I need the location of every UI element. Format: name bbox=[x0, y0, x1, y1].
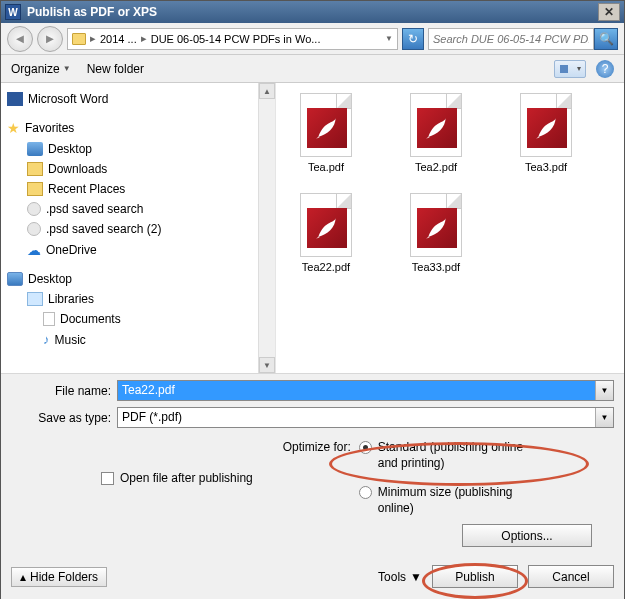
scroll-up-button[interactable]: ▲ bbox=[259, 83, 275, 99]
radio-minimum[interactable]: Minimum size (publishing online) bbox=[359, 485, 538, 516]
back-button[interactable]: ◄ bbox=[7, 26, 33, 52]
sidebar-item-recent[interactable]: Recent Places bbox=[5, 179, 271, 199]
sidebar-item-onedrive[interactable]: ☁OneDrive bbox=[5, 239, 271, 261]
view-mode-button[interactable]: ▾ bbox=[554, 60, 586, 78]
search-go-button[interactable]: 🔍 bbox=[594, 28, 618, 50]
sidebar-label: Downloads bbox=[48, 162, 107, 176]
saveas-value: PDF (*.pdf) bbox=[118, 408, 595, 427]
filename-input[interactable]: Tea22.pdf bbox=[118, 381, 595, 400]
sidebar-item-music[interactable]: ♪Music bbox=[5, 329, 271, 350]
sidebar-label: Music bbox=[55, 333, 86, 347]
refresh-button[interactable]: ↻ bbox=[402, 28, 424, 50]
sidebar-item-word[interactable]: Microsoft Word bbox=[5, 89, 271, 109]
sidebar-label: Favorites bbox=[25, 121, 74, 135]
breadcrumb[interactable]: ▸ 2014 ... ▸ DUE 06-05-14 PCW PDFs in Wo… bbox=[67, 28, 398, 50]
form-area: File name: Tea22.pdf ▼ Save as type: PDF… bbox=[1, 373, 624, 599]
file-pane[interactable]: Tea.pdfTea2.pdfTea3.pdfTea22.pdfTea33.pd… bbox=[276, 83, 624, 373]
filename-dropdown-button[interactable]: ▼ bbox=[595, 381, 613, 400]
breadcrumb-segment[interactable]: 2014 ... bbox=[100, 33, 137, 45]
sidebar-label: Documents bbox=[60, 312, 121, 326]
open-after-checkbox[interactable]: Open file after publishing bbox=[101, 440, 253, 516]
file-label: Tea22.pdf bbox=[302, 261, 350, 273]
adobe-icon bbox=[307, 208, 347, 248]
file-label: Tea33.pdf bbox=[412, 261, 460, 273]
chevron-down-icon: ▼ bbox=[410, 570, 422, 584]
adobe-icon bbox=[417, 208, 457, 248]
sidebar-item-desktop[interactable]: Desktop bbox=[5, 139, 271, 159]
sidebar-label: Libraries bbox=[48, 292, 94, 306]
content-area: Microsoft Word ★ Favorites Desktop Downl… bbox=[1, 83, 624, 373]
publish-dialog: W Publish as PDF or XPS ✕ ◄ ► ▸ 2014 ...… bbox=[0, 0, 625, 599]
saveas-label: Save as type: bbox=[11, 411, 111, 425]
file-item[interactable]: Tea.pdf bbox=[286, 93, 366, 173]
tools-menu[interactable]: Tools ▼ bbox=[378, 570, 422, 584]
saved-search-icon bbox=[27, 222, 41, 236]
star-icon: ★ bbox=[7, 120, 20, 136]
word-app-icon: W bbox=[5, 4, 21, 20]
optimize-label: Optimize for: bbox=[283, 440, 351, 516]
file-label: Tea.pdf bbox=[308, 161, 344, 173]
adobe-icon bbox=[417, 108, 457, 148]
sidebar-label: .psd saved search bbox=[46, 202, 143, 216]
file-item[interactable]: Tea22.pdf bbox=[286, 193, 366, 273]
folder-icon bbox=[72, 33, 86, 45]
chevron-down-icon: ▼ bbox=[63, 64, 71, 73]
pdf-file-icon bbox=[520, 93, 572, 157]
sidebar-item-favorites[interactable]: ★ Favorites bbox=[5, 117, 271, 139]
titlebar: W Publish as PDF or XPS ✕ bbox=[1, 1, 624, 23]
pdf-file-icon bbox=[410, 93, 462, 157]
sidebar-item-search1[interactable]: .psd saved search bbox=[5, 199, 271, 219]
filename-combo[interactable]: Tea22.pdf ▼ bbox=[117, 380, 614, 401]
sidebar-item-downloads[interactable]: Downloads bbox=[5, 159, 271, 179]
forward-button[interactable]: ► bbox=[37, 26, 63, 52]
pdf-file-icon bbox=[300, 193, 352, 257]
desktop-icon bbox=[27, 142, 43, 156]
publish-button[interactable]: Publish bbox=[432, 565, 518, 588]
toolbar: Organize ▼ New folder ▾ ? bbox=[1, 55, 624, 83]
scroll-down-button[interactable]: ▼ bbox=[259, 357, 275, 373]
search-box: 🔍 bbox=[428, 28, 618, 50]
search-input[interactable] bbox=[428, 28, 594, 50]
saved-search-icon bbox=[27, 202, 41, 216]
help-button[interactable]: ? bbox=[596, 60, 614, 78]
document-icon bbox=[43, 312, 55, 326]
radio-icon bbox=[359, 486, 372, 499]
options-button[interactable]: Options... bbox=[462, 524, 592, 547]
file-item[interactable]: Tea2.pdf bbox=[396, 93, 476, 173]
sidebar-item-desktop2[interactable]: Desktop bbox=[5, 269, 271, 289]
cancel-button[interactable]: Cancel bbox=[528, 565, 614, 588]
file-label: Tea3.pdf bbox=[525, 161, 567, 173]
radio-standard-label: Standard (publishing online and printing… bbox=[378, 440, 538, 471]
file-item[interactable]: Tea33.pdf bbox=[396, 193, 476, 273]
chevron-down-icon: ▾ bbox=[577, 64, 581, 73]
downloads-icon bbox=[27, 162, 43, 176]
cloud-icon: ☁ bbox=[27, 242, 41, 258]
adobe-icon bbox=[307, 108, 347, 148]
file-item[interactable]: Tea3.pdf bbox=[506, 93, 586, 173]
breadcrumb-segment[interactable]: DUE 06-05-14 PCW PDFs in Wo... bbox=[151, 33, 321, 45]
pdf-file-icon bbox=[410, 193, 462, 257]
hide-folders-button[interactable]: ▴ Hide Folders bbox=[11, 567, 107, 587]
sidebar-label: Desktop bbox=[48, 142, 92, 156]
sidebar-scrollbar[interactable]: ▲ ▼ bbox=[258, 83, 275, 373]
sidebar-item-search2[interactable]: .psd saved search (2) bbox=[5, 219, 271, 239]
sidebar-item-documents[interactable]: Documents bbox=[5, 309, 271, 329]
window-title: Publish as PDF or XPS bbox=[27, 5, 157, 19]
organize-label: Organize bbox=[11, 62, 60, 76]
monitor-icon bbox=[7, 272, 23, 286]
open-after-label: Open file after publishing bbox=[120, 471, 253, 485]
new-folder-button[interactable]: New folder bbox=[87, 62, 144, 76]
saveas-combo[interactable]: PDF (*.pdf) ▼ bbox=[117, 407, 614, 428]
radio-standard[interactable]: Standard (publishing online and printing… bbox=[359, 440, 538, 471]
chevron-up-icon: ▴ bbox=[20, 570, 26, 584]
organize-menu[interactable]: Organize ▼ bbox=[11, 62, 71, 76]
filename-label: File name: bbox=[11, 384, 111, 398]
close-button[interactable]: ✕ bbox=[598, 3, 620, 21]
navbar: ◄ ► ▸ 2014 ... ▸ DUE 06-05-14 PCW PDFs i… bbox=[1, 23, 624, 55]
sidebar-item-libraries[interactable]: Libraries bbox=[5, 289, 271, 309]
music-icon: ♪ bbox=[43, 332, 50, 347]
hide-folders-label: Hide Folders bbox=[30, 570, 98, 584]
sidebar-label: Recent Places bbox=[48, 182, 125, 196]
sidebar-label: OneDrive bbox=[46, 243, 97, 257]
saveas-dropdown-button[interactable]: ▼ bbox=[595, 408, 613, 427]
